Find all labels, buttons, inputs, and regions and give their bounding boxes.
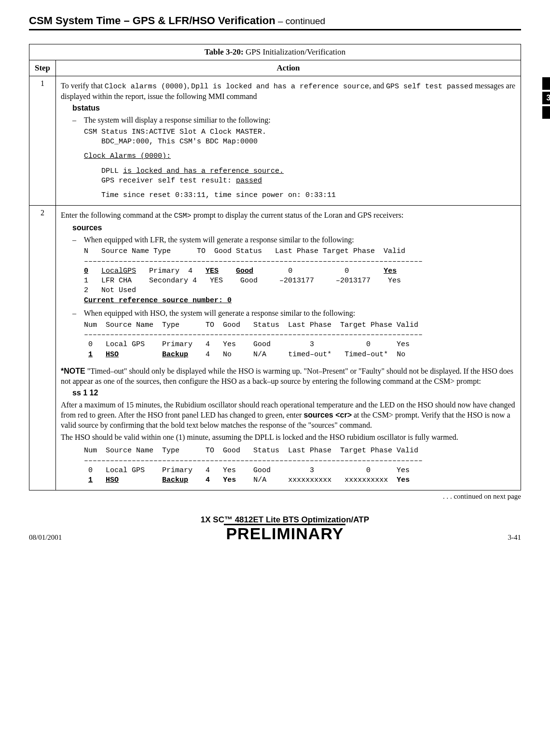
step-2-intro: Enter the following command at the CSM> … [61, 210, 516, 221]
page-footer: 08/01/2001 1X SC™ 4812ET Lite BTS Optimi… [29, 515, 521, 542]
table-title: GPS Initialization/Verification [244, 47, 346, 56]
table-number: Table 3-20: [205, 47, 244, 56]
hso-row-1: 1 HSO Backup 4 No N/A timed–out* Timed–o… [61, 350, 516, 360]
csm-status-line: CSM Status INS:ACTIVE Slot A Clock MASTE… [61, 127, 516, 137]
page-title: CSM System Time – GPS & LFR/HSO Verifica… [29, 14, 521, 30]
dpll-line: DPLL is locked and has a reference sourc… [61, 167, 516, 176]
gps-selftest-line: GPS receiver self test result: passed [61, 176, 516, 186]
lfr-row-0: 0 LocalGPS Primary 4 YES Good 0 0 Yes [61, 266, 516, 276]
step-1-action: To verify that Clock alarms (0000), Dpll… [56, 76, 521, 206]
chapter-number: 3 [542, 92, 550, 104]
time-since-reset-line: Time since reset 0:33:11, time since pow… [61, 191, 516, 200]
hso-table-rule: ––––––––––––––––––––––––––––––––––––––––… [61, 330, 516, 340]
final-table-rule: ––––––––––––––––––––––––––––––––––––––––… [61, 456, 516, 466]
hso-table-header: Num Source Name Type TO Good Status Last… [61, 321, 516, 330]
lfr-row-1: 1 LFR CHA Secondary 4 YES Good –2013177 … [61, 276, 516, 286]
note-label: *NOTE [61, 367, 85, 375]
clock-alarms-line: Clock Alarms (0000): [61, 152, 516, 161]
sources-cmd: sources [61, 223, 516, 233]
step-2-action: Enter the following command at the CSM> … [56, 206, 521, 490]
lfr-table-rule: ––––––––––––––––––––––––––––––––––––––––… [61, 257, 516, 266]
step-2-num: 2 [29, 206, 56, 490]
hso-bullet: – When equipped with HSO, the system wil… [61, 308, 516, 319]
lfr-bullet: – When equipped with LFR, the system wil… [61, 235, 516, 245]
chapter-tab: 3 [542, 77, 550, 121]
note-paragraph: *NOTE "Timed–out" should only be display… [61, 366, 516, 387]
lfr-row-2: 2 Not Used [61, 286, 516, 295]
col-step: Step [29, 60, 56, 76]
footer-center: 1X SC™ 4812ET Lite BTS Optimization/ATP … [62, 515, 508, 542]
after-15min: After a maximum of 15 minutes, the Rubid… [61, 400, 516, 430]
step-1-bullet: – The system will display a response sim… [61, 115, 516, 126]
col-action: Action [56, 60, 521, 76]
bstatus-cmd: bstatus [61, 103, 516, 113]
hso-row-0: 0 Local GPS Primary 4 Yes Good 3 0 Yes [61, 340, 516, 350]
footer-pagenum: 3-41 [508, 533, 522, 542]
final-row-1: 1 HSO Backup 4 Yes N/A xxxxxxxxxx xxxxxx… [61, 476, 516, 485]
step-1-intro: To verify that Clock alarms (0000), Dpll… [61, 81, 516, 101]
table-caption: Table 3-20: GPS Initialization/Verificat… [29, 44, 521, 60]
ss-cmd: ss 1 12 [61, 388, 516, 398]
final-table-header: Num Source Name Type TO Good Status Last… [61, 446, 516, 456]
footer-doc-title: 1X SC™ 4812ET Lite BTS Optimization/ATP [62, 515, 508, 525]
final-row-0: 0 Local GPS Primary 4 Yes Good 3 0 Yes [61, 466, 516, 476]
gps-init-table: Table 3-20: GPS Initialization/Verificat… [29, 44, 521, 490]
lfr-current-ref: Current reference source number: 0 [61, 296, 516, 306]
bdc-map-line: BDC_MAP:000, This CSM's BDC Map:0000 [61, 137, 516, 147]
lfr-table-header: N Source Name Type TO Good Status Last P… [61, 247, 516, 256]
step-1-num: 1 [29, 76, 56, 206]
page-title-main: CSM System Time – GPS & LFR/HSO Verifica… [29, 14, 275, 27]
footer-preliminary: PRELIMINARY [224, 524, 345, 542]
continued-on-next: . . . continued on next page [29, 492, 521, 501]
hso-valid-line: The HSO should be valid within one (1) m… [61, 433, 516, 443]
footer-date: 08/01/2001 [29, 533, 62, 542]
page-title-continued: – continued [275, 16, 326, 26]
